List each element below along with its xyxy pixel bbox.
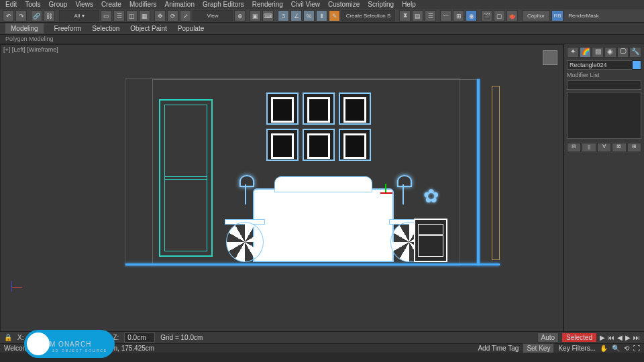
menu-edit[interactable]: Edit	[5, 1, 17, 9]
set-key-button[interactable]: Set Key	[523, 343, 554, 353]
goto-end-icon[interactable]: ⏭	[633, 334, 640, 341]
zoom-icon[interactable]: 🔍	[612, 345, 620, 352]
keyboard-shortcut-icon[interactable]: ⌨	[262, 10, 274, 21]
render-icon[interactable]: 🫖	[506, 10, 518, 21]
menu-create[interactable]: Create	[101, 1, 121, 9]
schematic-icon[interactable]: ⊞	[453, 10, 464, 21]
plant-object[interactable]: ✿	[417, 185, 444, 219]
make-unique-icon[interactable]: ∀	[597, 143, 611, 152]
spinner-snap-icon[interactable]: ⬍	[316, 10, 327, 21]
side-table-left[interactable]	[226, 222, 264, 262]
lock-selection-icon[interactable]: 🔒	[4, 334, 12, 341]
logo-tagline: 3D OBJECT SOURCE	[52, 349, 107, 353]
percent-snap-icon[interactable]: %	[303, 10, 315, 21]
show-end-icon[interactable]: ||	[582, 143, 596, 152]
auto-key-button[interactable]: Auto	[537, 333, 559, 343]
z-coord-field[interactable]: 0.0cm	[124, 333, 155, 343]
tab-freeform[interactable]: Freeform	[54, 25, 82, 32]
picture-frames[interactable]	[266, 93, 371, 161]
remove-mod-icon[interactable]: ⊠	[612, 143, 626, 152]
align-icon[interactable]: ▤	[412, 10, 423, 21]
transform-gizmo-icon[interactable]	[380, 188, 391, 198]
menu-tools[interactable]: Tools	[25, 1, 40, 9]
orbit-icon[interactable]: ⟲	[624, 345, 629, 352]
door-object[interactable]	[159, 99, 213, 257]
edit-named-sel-icon[interactable]: ✎	[329, 10, 340, 21]
maximize-icon[interactable]: ⛶	[633, 345, 640, 352]
menu-scripting[interactable]: Scripting	[368, 1, 394, 9]
utilities-tab-icon[interactable]: 🔧	[629, 47, 641, 58]
pan-icon[interactable]: ✋	[600, 345, 608, 352]
play-icon[interactable]: ▶	[600, 334, 605, 341]
display-tab-icon[interactable]: 🖵	[617, 47, 629, 58]
select-name-icon[interactable]: ☰	[113, 10, 125, 21]
menu-group[interactable]: Group	[49, 1, 68, 9]
command-panel: ✦ 🌈 ▤ ◉ 🖵 🔧 Rectangle024 Modifier List ⊟…	[564, 44, 644, 341]
snap-toggle-icon[interactable]: 3	[278, 10, 289, 21]
menu-rendering[interactable]: Rendering	[252, 1, 283, 9]
selection-filter-dropdown[interactable]: All ▾	[59, 10, 99, 21]
pin-stack-icon[interactable]: ⊟	[567, 143, 581, 152]
tab-objectpaint[interactable]: Object Paint	[130, 25, 166, 32]
modify-tab-icon[interactable]: 🌈	[580, 47, 592, 58]
create-tab-icon[interactable]: ✦	[567, 47, 579, 58]
angle-snap-icon[interactable]: ∠	[290, 10, 302, 21]
viewport-label[interactable]: [+] [Left] [Wireframe]	[3, 46, 58, 53]
menu-grapheditors[interactable]: Graph Editors	[203, 1, 244, 9]
select-manipulate-icon[interactable]: ▣	[250, 10, 261, 21]
prev-frame-icon[interactable]: ◀	[617, 334, 623, 341]
select-icon[interactable]: ▭	[101, 10, 112, 21]
render-frame-icon[interactable]: ▢	[494, 10, 505, 21]
lamp-right[interactable]	[390, 175, 417, 202]
link-icon[interactable]: 🔗	[31, 10, 42, 21]
modifier-list-dropdown[interactable]	[567, 80, 641, 90]
next-frame-icon[interactable]: ▶	[625, 334, 631, 341]
object-color-swatch[interactable]	[632, 60, 641, 70]
window-crossing-icon[interactable]: ▦	[139, 10, 150, 21]
undo-icon[interactable]: ↶	[3, 10, 14, 21]
key-filters-button[interactable]: Key Filters...	[558, 345, 596, 352]
unlink-icon[interactable]: ⛓	[44, 10, 55, 21]
menu-animation[interactable]: Animation	[164, 1, 194, 9]
wall-right	[477, 79, 480, 265]
tab-modeling[interactable]: Modeling	[5, 23, 44, 34]
tab-selection[interactable]: Selection	[92, 25, 119, 32]
menu-modifiers[interactable]: Modifiers	[129, 1, 157, 9]
mirror-icon[interactable]: ⧗	[399, 10, 411, 21]
viewport[interactable]: [+] [Left] [Wireframe] ✿	[0, 44, 564, 341]
rotate-icon[interactable]: ⟳	[167, 10, 178, 21]
rendermask-label: RenderMask	[565, 10, 602, 21]
select-region-icon[interactable]: ◫	[126, 10, 138, 21]
menu-bar[interactable]: Edit Tools Group Views Create Modifiers …	[0, 0, 644, 9]
main-area: [+] [Left] [Wireframe] ✿ ✦ 🌈 ▤ ◉	[0, 44, 644, 341]
object-name-field[interactable]: Rectangle024	[567, 60, 641, 70]
render-setup-icon[interactable]: 🎬	[481, 10, 492, 21]
scale-icon[interactable]: ⤢	[180, 10, 191, 21]
menu-civilview[interactable]: Civil View	[291, 1, 320, 9]
viewcube[interactable]	[543, 50, 557, 65]
modifier-stack[interactable]	[567, 92, 641, 139]
goto-start-icon[interactable]: ⏮	[608, 334, 614, 341]
selected-button[interactable]: Selected	[561, 333, 597, 343]
motion-tab-icon[interactable]: ◉	[604, 47, 616, 58]
add-time-tag[interactable]: Add Time Tag	[478, 345, 519, 352]
nightstand[interactable]	[414, 219, 447, 262]
move-icon[interactable]: ✥	[154, 10, 166, 21]
hierarchy-tab-icon[interactable]: ▤	[592, 47, 604, 58]
curve-editor-icon[interactable]: 〰	[440, 10, 451, 21]
layer-icon[interactable]: ☰	[425, 10, 436, 21]
material-editor-icon[interactable]: ◉	[466, 10, 477, 21]
menu-views[interactable]: Views	[75, 1, 93, 9]
tab-populate[interactable]: Populate	[178, 25, 204, 32]
menu-customize[interactable]: Customize	[328, 1, 360, 9]
pivot-icon[interactable]: ⊕	[234, 10, 246, 21]
rendermask-badge-icon[interactable]: RB	[551, 10, 564, 21]
scene-room: ✿	[125, 78, 460, 266]
ref-coord-dropdown[interactable]: View	[193, 10, 233, 21]
configure-sets-icon[interactable]: ⊞	[627, 143, 641, 152]
named-selection-dropdown[interactable]: Create Selection S	[341, 10, 395, 21]
menu-help[interactable]: Help	[402, 1, 416, 9]
redo-icon[interactable]: ↷	[15, 10, 27, 21]
capitor-button[interactable]: Capitor	[522, 10, 550, 21]
bed-object[interactable]	[253, 188, 394, 262]
